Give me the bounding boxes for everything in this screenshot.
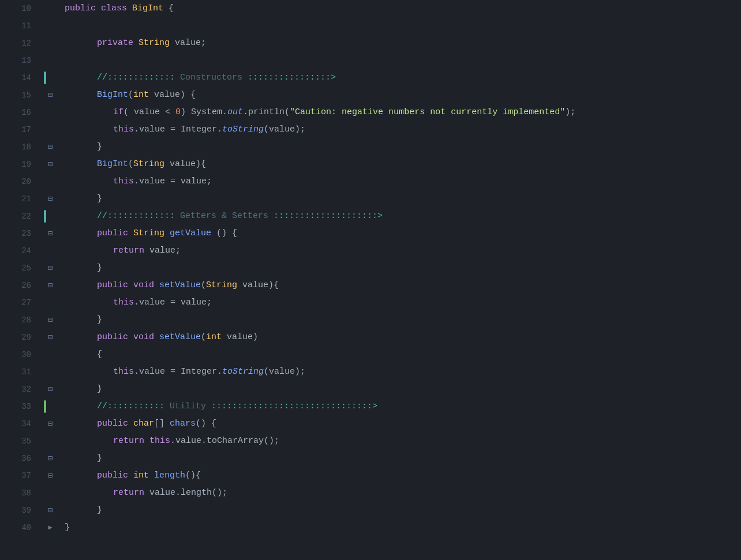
token: value){ — [164, 156, 206, 173]
token: length — [154, 467, 185, 484]
code-line: BigInt(String value){ — [65, 156, 741, 173]
line-number: 35 — [0, 433, 37, 450]
code-line: public class BigInt { — [65, 0, 741, 17]
line-number: 28 — [0, 311, 37, 329]
token: //::::::::::::: — [97, 208, 175, 225]
gutter-item[interactable]: ⊟ — [42, 138, 59, 156]
gutter-item — [42, 433, 59, 450]
line-number: 39 — [0, 502, 37, 519]
token: setValue — [159, 277, 201, 294]
gutter-item — [42, 242, 59, 260]
token: () { — [211, 225, 237, 242]
line-number: 12 — [0, 35, 37, 52]
token: this — [113, 363, 134, 381]
gutter-item[interactable]: ⊟ — [42, 502, 59, 519]
token: ( value < — [124, 104, 175, 121]
token: { — [163, 0, 174, 17]
line-number: 26 — [0, 277, 37, 294]
token: ( — [128, 87, 133, 104]
gutter-item[interactable]: ⊟ — [42, 277, 59, 294]
token: String — [133, 156, 164, 173]
code-line: public int length(){ — [65, 467, 741, 484]
token: public — [97, 329, 133, 346]
token: return — [113, 433, 149, 450]
gutter-item[interactable]: ⊟ — [42, 156, 59, 173]
token: value) { — [149, 87, 196, 104]
line-number: 40 — [0, 519, 37, 536]
token — [268, 208, 274, 225]
token: :::::::::::::::::::::::::::::::> — [211, 398, 377, 415]
gutter-item[interactable]: ⊟ — [42, 190, 59, 208]
line-number: 36 — [0, 450, 37, 467]
token: } — [97, 138, 102, 156]
token: toString — [222, 363, 264, 381]
line-number: 19 — [0, 156, 37, 173]
token: int — [206, 329, 222, 346]
token: { — [97, 346, 102, 363]
token: this — [113, 173, 134, 190]
code-line: //::::::::::: Utility ::::::::::::::::::… — [65, 398, 741, 415]
token: void — [133, 329, 159, 346]
code-line: this.value = value; — [65, 294, 741, 311]
token: BigInt — [97, 87, 128, 104]
gutter-item[interactable]: ⊟ — [42, 381, 59, 398]
token: } — [97, 260, 102, 277]
token: void — [133, 277, 159, 294]
gutter-item — [42, 121, 59, 138]
token — [149, 467, 154, 484]
token: .value = value; — [134, 173, 212, 190]
code-line: this.value = Integer.toString(value); — [65, 363, 741, 381]
token: .value = Integer. — [134, 363, 222, 381]
code-line: } — [65, 381, 741, 398]
code-editor: 1011121314151617181920212223242526272829… — [0, 0, 741, 560]
token — [175, 208, 180, 225]
line-number: 25 — [0, 260, 37, 277]
gutter-item[interactable]: ⊟ — [42, 260, 59, 277]
token: value; — [170, 35, 206, 52]
token: ::::::::::::::::> — [248, 69, 336, 87]
gutter-item — [42, 69, 59, 87]
token: BigInt — [132, 0, 163, 17]
token — [164, 225, 170, 242]
token: (value); — [264, 121, 305, 138]
gutter-item — [42, 173, 59, 190]
token: .println( — [243, 104, 290, 121]
gutter-item[interactable]: ⊟ — [42, 450, 59, 467]
token — [164, 398, 170, 415]
gutter-item[interactable]: ⊟ — [42, 311, 59, 329]
gutter-item[interactable]: ⊟ — [42, 87, 59, 104]
gutter-item — [42, 0, 59, 17]
gutter-item — [42, 346, 59, 363]
code-line: } — [65, 260, 741, 277]
gutter-item[interactable]: ▶ — [42, 519, 59, 536]
gutter-item[interactable]: ⊟ — [42, 415, 59, 433]
gutter-item[interactable]: ⊟ — [42, 329, 59, 346]
token: [] — [154, 415, 170, 433]
code-line: } — [65, 138, 741, 156]
token — [175, 69, 180, 87]
token: } — [97, 450, 102, 467]
token: String — [133, 225, 164, 242]
line-number: 10 — [0, 0, 37, 17]
token: Constructors — [180, 69, 242, 87]
gutter-item — [42, 294, 59, 311]
token: public — [97, 467, 133, 484]
gutter-item[interactable]: ⊟ — [42, 467, 59, 484]
code-line: } — [65, 519, 741, 536]
token: (){ — [185, 467, 201, 484]
token: Utility — [170, 398, 206, 415]
token: ( — [201, 277, 206, 294]
line-number: 20 — [0, 173, 37, 190]
gutter: ⊟⊟⊟⊟⊟⊟⊟⊟⊟⊟⊟⊟⊟⊟▶ — [42, 0, 59, 560]
code-line: } — [65, 190, 741, 208]
line-number: 33 — [0, 398, 37, 415]
gutter-item[interactable]: ⊟ — [42, 225, 59, 242]
line-number: 13 — [0, 52, 37, 69]
token: } — [97, 190, 102, 208]
token: if — [113, 104, 124, 121]
token: () { — [196, 415, 216, 433]
code-content: public class BigInt { private String val… — [59, 0, 741, 560]
token: } — [65, 519, 70, 536]
line-number: 14 — [0, 69, 37, 87]
line-number: 31 — [0, 363, 37, 381]
